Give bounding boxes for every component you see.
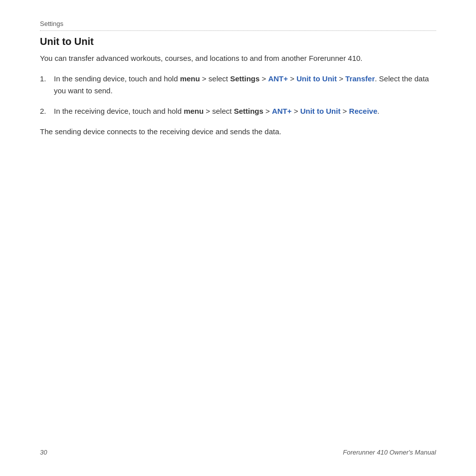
step2-unit-to-unit: Unit to Unit [300,107,341,115]
page-footer: 30 Forerunner 410 Owner's Manual [40,449,436,456]
step2-receive: Receive [349,107,378,115]
step-2-number: 2. [40,105,54,117]
step-2: 2. In the receiving device, touch and ho… [40,105,436,117]
step1-ant: ANT+ [268,74,288,83]
step-1-number: 1. [40,73,54,84]
step-2-content: In the receiving device, touch and hold … [54,105,436,117]
step-1-content: In the sending device, touch and hold me… [54,73,436,96]
page-number: 30 [40,449,47,456]
manual-title: Forerunner 410 Owner's Manual [343,449,436,456]
step1-settings: Settings [230,74,259,83]
step2-settings: Settings [234,107,263,115]
closing-text: The sending device connects to the recei… [40,126,436,137]
page-container: Settings Unit to Unit You can transfer a… [0,0,476,476]
step1-menu: menu [180,74,200,83]
step1-unit-to-unit: Unit to Unit [296,74,337,83]
section-title: Unit to Unit [40,36,436,47]
step2-menu: menu [184,107,204,115]
intro-text: You can transfer advanced workouts, cour… [40,52,436,64]
step1-transfer: Transfer [345,74,375,83]
step2-ant: ANT+ [272,107,292,115]
steps-list: 1. In the sending device, touch and hold… [40,73,436,117]
settings-label: Settings [40,20,436,31]
step-1: 1. In the sending device, touch and hold… [40,73,436,96]
